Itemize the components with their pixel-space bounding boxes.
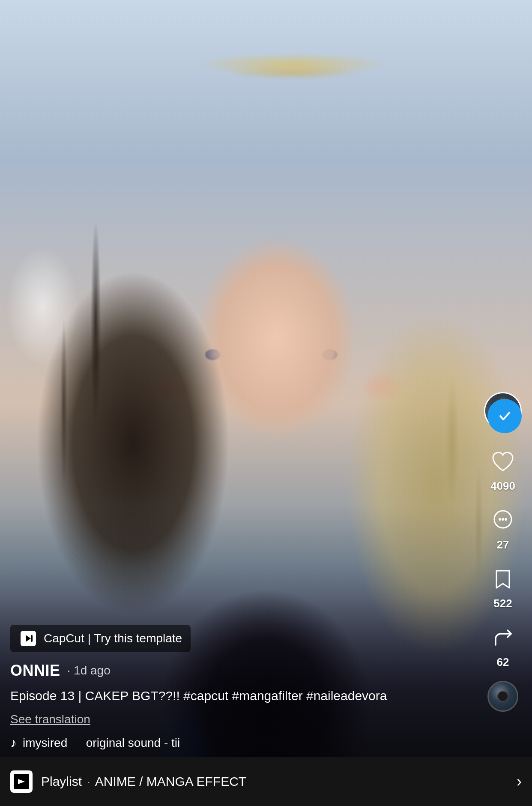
- music-disc[interactable]: [487, 681, 518, 712]
- share-count: 62: [497, 656, 509, 669]
- bookmark-button[interactable]: [487, 563, 518, 594]
- sound-row[interactable]: ♪ imysired original sound - tii: [10, 736, 476, 750]
- playlist-dot: ·: [87, 776, 93, 788]
- sound-username: imysired: [23, 736, 67, 750]
- comment-count: 27: [497, 538, 509, 551]
- like-count: 4090: [490, 479, 515, 493]
- playlist-word: Playlist: [41, 774, 82, 788]
- video-description: Episode 13 | CAKEP BGT??!! #capcut #mang…: [10, 686, 476, 705]
- share-action[interactable]: 62: [487, 622, 518, 669]
- capcut-icon: [19, 629, 38, 648]
- sound-text: original sound - tii: [86, 736, 180, 750]
- capcut-label: CapCut | Try this template: [44, 632, 182, 645]
- content-area: CapCut | Try this template ONNIE · 1d ag…: [10, 625, 476, 751]
- playlist-icon: [10, 770, 33, 793]
- comment-action[interactable]: 27: [487, 505, 518, 551]
- share-button[interactable]: [487, 622, 518, 653]
- bookmark-count: 522: [493, 597, 512, 610]
- playlist-logo-icon: [14, 774, 29, 789]
- svg-point-2: [502, 518, 504, 521]
- comment-button[interactable]: [487, 505, 518, 536]
- capcut-banner[interactable]: CapCut | Try this template: [10, 625, 191, 652]
- svg-point-3: [505, 518, 507, 521]
- svg-rect-5: [31, 635, 33, 642]
- checkmark-icon: [495, 407, 514, 425]
- share-icon: [490, 625, 515, 650]
- like-action[interactable]: 4090: [487, 446, 518, 493]
- playlist-chevron-icon[interactable]: ›: [517, 773, 522, 791]
- capcut-logo-icon: [19, 629, 38, 648]
- heart-icon: [490, 449, 515, 474]
- username[interactable]: ONNIE: [10, 662, 60, 680]
- verified-circle: [487, 399, 522, 433]
- playlist-bar[interactable]: Playlist · ANIME / MANGA EFFECT ›: [0, 757, 532, 806]
- playlist-label: Playlist · ANIME / MANGA EFFECT: [41, 774, 508, 789]
- comment-icon: [490, 508, 515, 533]
- svg-point-1: [499, 518, 501, 521]
- time-ago: · 1d ago: [67, 664, 111, 677]
- username-row: ONNIE · 1d ago: [10, 662, 476, 680]
- bookmark-action[interactable]: 522: [487, 563, 518, 610]
- sound-separator: [73, 736, 80, 750]
- right-actions-panel: + 4090 27 522: [484, 392, 522, 712]
- bookmark-icon: [490, 566, 515, 591]
- see-translation-button[interactable]: See translation: [10, 713, 476, 726]
- music-note-icon: ♪: [10, 736, 17, 750]
- playlist-name: ANIME / MANGA EFFECT: [95, 774, 246, 788]
- verified-badge: [487, 399, 522, 433]
- music-disc-action[interactable]: [487, 681, 518, 712]
- like-button[interactable]: [487, 446, 518, 477]
